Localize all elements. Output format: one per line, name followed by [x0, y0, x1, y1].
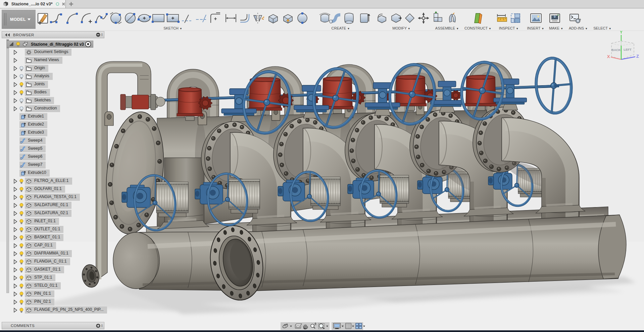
svg-text:X: X: [607, 54, 610, 59]
svg-text:Z: Z: [636, 54, 639, 59]
svg-text:LEFT: LEFT: [624, 48, 632, 51]
svg-text:BACK: BACK: [611, 48, 621, 52]
